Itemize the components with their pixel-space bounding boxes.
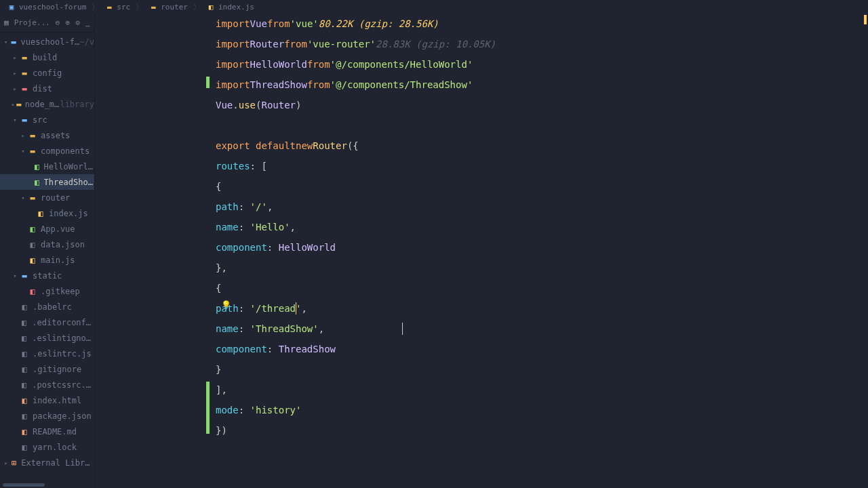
hide-icon[interactable]: ⎯ <box>85 18 90 28</box>
chevron-right-icon: 〉 <box>193 2 201 12</box>
folder-icon: ▬ <box>16 100 22 109</box>
tree-item-router[interactable]: ▾▬router <box>0 190 94 205</box>
chevron-icon[interactable]: ▸ <box>11 54 19 61</box>
code-line: routes: [ <box>216 156 868 176</box>
tree-item-label: HelloWorld.vue <box>44 162 94 171</box>
tree-item-index-html[interactable]: ◧index.html <box>0 392 94 408</box>
crumb-file-index[interactable]: ◧ index.js <box>203 1 257 13</box>
tree-item-label: data.json <box>41 240 85 249</box>
folder-icon: ▬ <box>27 146 38 156</box>
crumb-folder-router[interactable]: ▬ router <box>146 1 191 13</box>
tree-item-main-js[interactable]: ◧main.js <box>0 252 94 268</box>
code-line: component: ThreadShow <box>216 339 868 359</box>
tree-item-suffix: library <box>60 100 94 109</box>
code-line: import HelloWorld from '@/components/Hel… <box>216 54 868 75</box>
code-line: { <box>216 278 868 298</box>
tree-item-external-libraries[interactable]: ▸⊞External Libraries <box>0 455 94 470</box>
tree-item-static[interactable]: ▾▬static <box>0 268 94 283</box>
project-dropdown-icon[interactable]: ▦ <box>4 18 9 28</box>
crumb-folder-src[interactable]: ▬ src <box>102 1 133 13</box>
tree-item-app-vue[interactable]: ◧App.vue <box>0 221 94 237</box>
tree-item--eslintignore[interactable]: ◧.eslintignore <box>0 330 94 346</box>
file-icon: ◧ <box>33 162 41 171</box>
chevron-icon[interactable]: ▾ <box>11 117 19 123</box>
tree-item-label: config <box>33 68 62 78</box>
project-icon: ▣ <box>7 2 16 12</box>
chevron-icon[interactable]: ▸ <box>11 70 19 77</box>
tree-item-readme-md[interactable]: ◧README.md <box>0 424 94 439</box>
code-editor[interactable]: 💡 import Vue from 'vue' 80.22K (gzip: 28… <box>95 14 868 488</box>
file-icon: ◧ <box>19 396 30 405</box>
tree-item-config[interactable]: ▸▬config <box>0 65 94 81</box>
tree-item-label: package.json <box>33 411 92 421</box>
chevron-icon[interactable]: ▸ <box>19 132 27 139</box>
folder-icon: ▬ <box>19 271 30 281</box>
tree-item-threadshow-vue[interactable]: ◧ThreadShow.vue <box>0 174 94 190</box>
code-line: export default new Router({ <box>216 136 868 156</box>
folder-icon: ▬ <box>149 2 158 12</box>
horizontal-scrollbar[interactable] <box>3 483 45 487</box>
file-icon: ⊞ <box>9 458 18 468</box>
file-tree[interactable]: ▾▬vueschool-forum ~/v▸▬build▸▬config▸▬di… <box>0 33 94 488</box>
folder-icon: ▬ <box>19 68 30 78</box>
chevron-icon[interactable]: ▾ <box>19 148 27 155</box>
tree-item--eslintrc-js[interactable]: ◧.eslintrc.js <box>0 346 94 361</box>
tree-item--editorconfig[interactable]: ◧.editorconfig <box>0 314 94 330</box>
chevron-icon[interactable]: ▸ <box>3 460 9 466</box>
chevron-icon[interactable]: ▸ <box>11 101 16 108</box>
crumb-label: src <box>117 3 130 12</box>
sidebar-toolbar-label: Proje... <box>14 18 50 27</box>
vcs-mark-added <box>206 77 210 88</box>
tree-item-suffix: ~/v <box>79 37 94 47</box>
tree-item--gitkeep[interactable]: ◧.gitkeep <box>0 283 94 299</box>
target-icon[interactable]: ⊕ <box>65 18 70 28</box>
chevron-icon[interactable]: ▾ <box>11 272 19 279</box>
tree-item-label: node_modules <box>25 100 60 109</box>
tree-item--postcssrc-js[interactable]: ◧.postcssrc.js <box>0 377 94 392</box>
tree-item--babelrc[interactable]: ◧.babelrc <box>0 299 94 314</box>
file-icon: ◧ <box>19 427 30 436</box>
file-icon: ◧ <box>27 240 38 249</box>
code-line: import Vue from 'vue' 80.22K (gzip: 28.5… <box>216 14 868 34</box>
chevron-icon[interactable]: ▾ <box>19 195 27 201</box>
tree-item--gitignore[interactable]: ◧.gitignore <box>0 361 94 377</box>
chevron-icon[interactable]: ▾ <box>3 39 9 45</box>
tree-item-assets[interactable]: ▸▬assets <box>0 127 94 143</box>
js-file-icon: ◧ <box>206 2 216 12</box>
tree-item-components[interactable]: ▾▬components <box>0 143 94 159</box>
breadcrumb: ▣ vueschool-forum 〉 ▬ src 〉 ▬ router 〉 ◧… <box>0 0 868 14</box>
tree-item-yarn-lock[interactable]: ◧yarn.lock <box>0 439 94 455</box>
tree-item-dist[interactable]: ▸▬dist <box>0 81 94 96</box>
tree-item-label: index.html <box>33 396 81 405</box>
tree-item-index-js[interactable]: ◧index.js <box>0 205 94 221</box>
collapse-icon[interactable]: ⊖ <box>56 18 60 28</box>
tree-item-label: ThreadShow.vue <box>44 178 94 187</box>
folder-icon: ▬ <box>104 2 114 12</box>
code-line: path: '/thread', <box>216 298 868 319</box>
project-sidebar: ▦ Proje... ⊖ ⊕ ⚙ ⎯ ▾▬vueschool-forum ~/v… <box>0 14 95 488</box>
folder-icon: ▬ <box>9 37 18 47</box>
folder-icon: ▬ <box>19 115 30 125</box>
tree-item-vueschool-forum[interactable]: ▾▬vueschool-forum ~/v <box>0 34 94 49</box>
tree-item-package-json[interactable]: ◧package.json <box>0 408 94 424</box>
code-line: Vue.use(Router) <box>216 95 868 115</box>
tree-item-label: .gitkeep <box>41 287 80 296</box>
file-icon: ◧ <box>35 209 46 218</box>
tree-item-label: .babelrc <box>33 302 72 312</box>
tree-item-label: vueschool-forum <box>20 37 79 47</box>
tree-item-src[interactable]: ▾▬src <box>0 112 94 127</box>
code-line: ], <box>216 380 868 400</box>
folder-icon: ▬ <box>27 193 38 203</box>
chevron-icon[interactable]: ▸ <box>11 85 19 92</box>
file-icon: ◧ <box>19 318 30 327</box>
crumb-project[interactable]: ▣ vueschool-forum <box>4 1 89 13</box>
tree-item-label: router <box>41 193 70 203</box>
gear-icon[interactable]: ⚙ <box>75 18 80 28</box>
tree-item-helloworld-vue[interactable]: ◧HelloWorld.vue <box>0 159 94 174</box>
tree-item-build[interactable]: ▸▬build <box>0 49 94 65</box>
code-content[interactable]: import Vue from 'vue' 80.22K (gzip: 28.5… <box>216 14 868 488</box>
tree-item-data-json[interactable]: ◧data.json <box>0 237 94 252</box>
tree-item-label: assets <box>41 131 70 140</box>
tree-item-node-modules[interactable]: ▸▬node_modules library <box>0 96 94 112</box>
code-line: path: '/', <box>216 197 868 217</box>
